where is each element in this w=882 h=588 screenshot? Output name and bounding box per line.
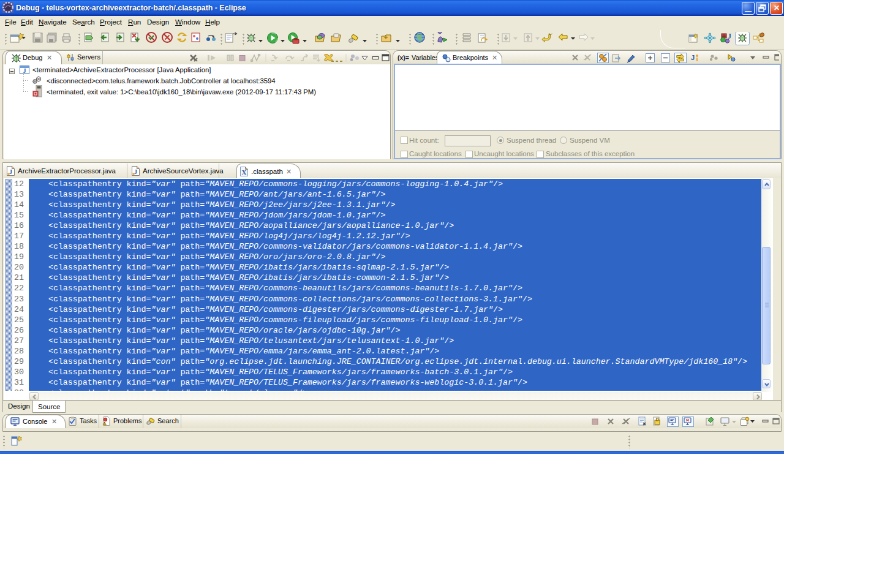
svg-text:J: J — [23, 68, 26, 74]
svg-text:J: J — [728, 32, 731, 40]
svg-text:X: X — [242, 168, 247, 176]
svg-text:J: J — [691, 54, 695, 61]
